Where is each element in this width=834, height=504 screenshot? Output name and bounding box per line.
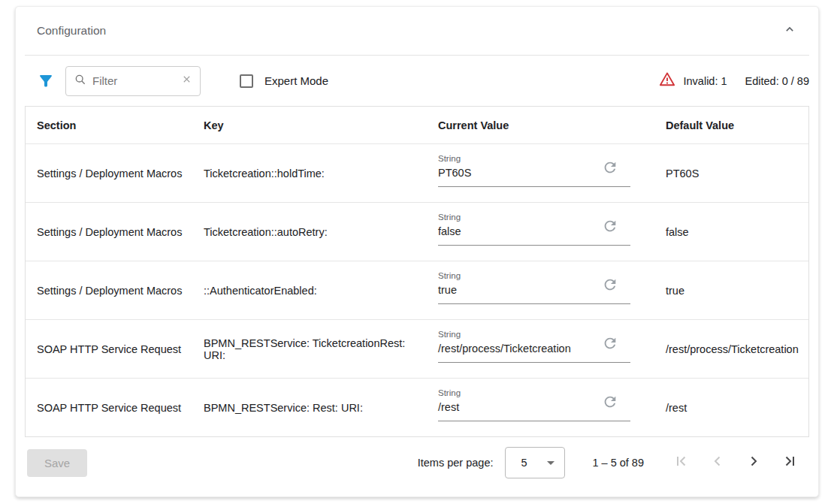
column-header-key: Key: [192, 119, 427, 131]
table-header-row: Section Key Current Value Default Value: [26, 107, 808, 143]
current-value-cell: String false: [427, 203, 654, 261]
previous-page-button: [700, 448, 736, 478]
configuration-table: Section Key Current Value Default Value …: [25, 106, 809, 437]
page-range-label: 1 – 5 of 89: [592, 457, 644, 469]
save-button[interactable]: Save: [27, 449, 87, 477]
current-value-cell: String PT60S: [427, 144, 654, 202]
configuration-panel: Configuration Expert Mode: [15, 6, 819, 497]
default-value-cell: /rest: [654, 379, 808, 436]
current-value-field[interactable]: String false: [438, 213, 630, 246]
reset-to-default-icon[interactable]: [602, 335, 618, 352]
chevron-right-icon: [745, 452, 763, 473]
reset-to-default-icon[interactable]: [602, 218, 618, 234]
table-footer: Save Items per page: 5 1 – 5 of 89: [16, 437, 818, 496]
next-page-button[interactable]: [736, 448, 772, 478]
clear-filter-icon[interactable]: [181, 74, 192, 88]
paginator: Items per page: 5 1 – 5 of 89: [418, 447, 808, 478]
last-page-icon: [781, 452, 799, 473]
expert-mode-checkbox[interactable]: [240, 74, 253, 88]
default-value-cell: /rest/process/Ticketcreation: [654, 320, 808, 378]
default-value-cell: true: [654, 261, 808, 319]
items-per-page-label: Items per page:: [418, 457, 494, 469]
section-cell: Settings / Deployment Macros: [26, 144, 192, 202]
default-value-cell: false: [654, 203, 808, 261]
column-header-section: Section: [26, 119, 192, 131]
section-cell: SOAP HTTP Service Request: [26, 379, 192, 436]
table-row: Settings / Deployment Macros ::Authentic…: [26, 261, 808, 319]
key-cell: BPMN_RESTService: Rest: URI:: [192, 379, 427, 436]
table-row: Settings / Deployment Macros Ticketcreat…: [26, 143, 808, 202]
key-cell: ::AuthenticatorEnabled:: [192, 261, 427, 319]
filter-field[interactable]: [65, 66, 201, 96]
invalid-count: Invalid: 1: [684, 75, 727, 87]
column-header-current-value: Current Value: [427, 119, 654, 131]
first-page-icon: [672, 452, 690, 473]
key-cell: BPMN_RESTService: TicketcreationRest: UR…: [192, 320, 427, 378]
current-value-cell: String /rest/process/Ticketcreation: [427, 320, 654, 378]
reset-to-default-icon[interactable]: [602, 394, 618, 410]
table-body: Settings / Deployment Macros Ticketcreat…: [26, 143, 808, 436]
search-icon: [74, 74, 86, 89]
key-cell: Ticketcreation::holdTime:: [192, 144, 427, 202]
edited-count: Edited: 0 / 89: [745, 75, 809, 87]
page-size-select[interactable]: 5: [505, 447, 565, 478]
filter-input[interactable]: [92, 74, 181, 87]
current-value-cell: String true: [427, 261, 654, 319]
default-value-cell: PT60S: [654, 144, 808, 202]
filter-funnel-icon[interactable]: [37, 72, 55, 90]
current-value-field[interactable]: String true: [438, 271, 630, 304]
expert-mode-control[interactable]: Expert Mode: [240, 74, 328, 88]
chevron-left-icon: [709, 452, 727, 473]
column-header-default-value: Default Value: [654, 119, 808, 131]
current-value-cell: String /rest: [427, 379, 654, 436]
filter-toolbar: Expert Mode Invalid: 1 Edited: 0 / 89: [16, 56, 818, 106]
section-cell: Settings / Deployment Macros: [26, 261, 192, 319]
reset-to-default-icon[interactable]: [602, 276, 618, 293]
current-value-field[interactable]: String /rest: [438, 388, 630, 421]
collapse-panel-button[interactable]: [781, 22, 799, 40]
table-row: SOAP HTTP Service Request BPMN_RESTServi…: [26, 378, 808, 436]
warning-triangle-icon: [658, 71, 676, 92]
expert-mode-label: Expert Mode: [264, 74, 328, 87]
status-indicators: Invalid: 1 Edited: 0 / 89: [658, 71, 810, 92]
section-cell: Settings / Deployment Macros: [26, 203, 192, 261]
dropdown-caret-icon: [547, 461, 554, 465]
current-value-field[interactable]: String /rest/process/Ticketcreation: [438, 330, 630, 363]
key-cell: Ticketcreation::autoRetry:: [192, 203, 427, 261]
reset-to-default-icon[interactable]: [602, 159, 618, 176]
table-row: Settings / Deployment Macros Ticketcreat…: [26, 202, 808, 261]
current-value-field[interactable]: String PT60S: [438, 154, 630, 187]
panel-title: Configuration: [37, 24, 106, 38]
first-page-button: [663, 448, 700, 478]
table-row: SOAP HTTP Service Request BPMN_RESTServi…: [26, 319, 808, 378]
page-size-value: 5: [521, 457, 527, 469]
last-page-button[interactable]: [772, 448, 808, 478]
section-cell: SOAP HTTP Service Request: [26, 320, 192, 378]
pagination-controls: [663, 448, 808, 478]
chevron-up-icon: [782, 22, 797, 40]
panel-header: Configuration: [16, 7, 818, 55]
